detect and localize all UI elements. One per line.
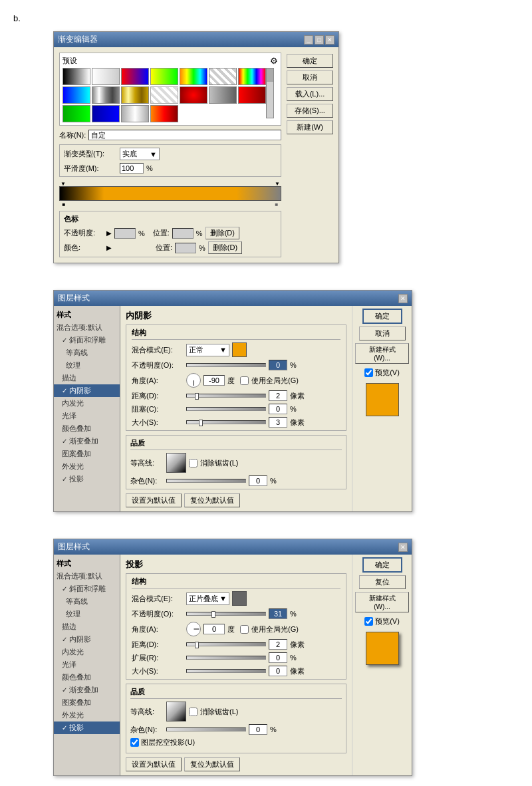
ds-size-slider[interactable] xyxy=(186,669,266,673)
ds-spread-input[interactable] xyxy=(269,652,287,663)
contour-thumbnail[interactable] xyxy=(166,453,186,473)
sidebar-item-contour[interactable]: 等高线 xyxy=(54,346,120,359)
choke-input[interactable] xyxy=(269,404,287,414)
sidebar-item-stroke[interactable]: 描边 xyxy=(54,372,120,384)
ls2-preview-checkbox[interactable] xyxy=(364,617,373,626)
ls2-blend-options[interactable]: 混合选项:默认 xyxy=(54,570,120,583)
ls2-sidebar-inner-shadow[interactable]: 内阴影 xyxy=(54,633,120,646)
ls2-sidebar-bevel[interactable]: 斜面和浮雕 xyxy=(54,583,120,595)
delete-btn-2[interactable]: 删除(D) xyxy=(208,241,242,254)
anti-alias-checkbox[interactable] xyxy=(189,459,198,467)
ok-button[interactable]: 确定 xyxy=(287,54,333,68)
angle-input[interactable] xyxy=(203,375,225,386)
preset-item[interactable] xyxy=(238,86,266,104)
new-button[interactable]: 新建(W) xyxy=(287,120,333,134)
preset-item[interactable] xyxy=(121,68,149,85)
ls2-sidebar-stroke[interactable]: 描边 xyxy=(54,620,120,633)
ds-distance-input[interactable] xyxy=(269,639,287,650)
ds-spread-slider[interactable] xyxy=(186,656,266,660)
ds-distance-slider[interactable] xyxy=(186,642,266,646)
color-stop-right[interactable]: ■ xyxy=(273,201,280,207)
opacity-stop-left[interactable]: ▼ xyxy=(61,181,66,186)
ds-angle-dial[interactable] xyxy=(186,622,201,636)
preset-item[interactable] xyxy=(92,68,120,85)
preset-scrollbar[interactable] xyxy=(266,68,274,118)
set-default-btn[interactable]: 设置为默认值 xyxy=(126,493,182,507)
angle-dial[interactable] xyxy=(186,373,201,388)
blend-color-swatch[interactable] xyxy=(232,342,247,357)
ls2-ok-btn[interactable]: 确定 xyxy=(362,557,402,573)
ls1-new-style-btn[interactable]: 新建样式(W)... xyxy=(355,343,409,364)
preset-item[interactable] xyxy=(63,86,90,104)
sidebar-item-drop-shadow[interactable]: 投影 xyxy=(54,473,120,485)
distance-slider[interactable] xyxy=(186,394,266,398)
sidebar-item-outer-glow[interactable]: 外发光 xyxy=(54,460,120,473)
sidebar-item-inner-shadow[interactable]: 内阴影 xyxy=(54,384,120,397)
ls1-blend-options[interactable]: 混合选项:默认 xyxy=(54,321,120,334)
minimize-btn[interactable]: _ xyxy=(304,35,313,45)
load-button[interactable]: 载入(L)... xyxy=(287,87,333,101)
preset-item[interactable] xyxy=(209,68,237,85)
ds-size-input[interactable] xyxy=(269,666,287,676)
sidebar-item-texture[interactable]: 纹理 xyxy=(54,359,120,372)
close-btn[interactable]: ✕ xyxy=(325,35,334,45)
preset-item[interactable] xyxy=(92,105,120,122)
choke-slider[interactable] xyxy=(186,407,266,411)
preset-item[interactable] xyxy=(63,105,90,122)
ds-layer-knockout-checkbox[interactable] xyxy=(130,738,139,747)
distance-input[interactable] xyxy=(269,390,287,401)
sidebar-item-color-overlay[interactable]: 颜色叠加 xyxy=(54,422,120,435)
ls1-ok-btn[interactable]: 确定 xyxy=(362,309,402,324)
ls1-preview-checkbox[interactable] xyxy=(364,368,373,377)
sidebar-item-bevel[interactable]: 斜面和浮雕 xyxy=(54,334,120,346)
ls2-close-btn[interactable]: ✕ xyxy=(398,543,408,552)
color-position-input[interactable] xyxy=(175,243,196,253)
ls2-sidebar-drop-shadow[interactable]: 投影 xyxy=(54,721,120,734)
ls2-sidebar-color-overlay[interactable]: 颜色叠加 xyxy=(54,671,120,684)
ds-blend-mode-select[interactable]: 正片叠底 ▼ xyxy=(186,592,229,605)
ls2-sidebar-inner-glow[interactable]: 内发光 xyxy=(54,646,120,658)
delete-btn-1[interactable]: 删除(D) xyxy=(205,227,239,239)
ds-noise-slider[interactable] xyxy=(166,727,246,731)
preset-item[interactable] xyxy=(92,86,120,104)
preset-item[interactable] xyxy=(180,86,207,104)
ds-contour-thumbnail[interactable] xyxy=(166,702,186,721)
ds-global-light-checkbox[interactable] xyxy=(240,625,249,634)
reset-default-btn[interactable]: 复位为默认值 xyxy=(184,493,240,507)
sidebar-item-satin[interactable]: 光泽 xyxy=(54,410,120,422)
gear-icon[interactable]: ⚙ xyxy=(270,56,278,66)
ls2-sidebar-outer-glow[interactable]: 外发光 xyxy=(54,709,120,721)
global-light-checkbox[interactable] xyxy=(240,376,249,385)
ls1-close-btn[interactable]: ✕ xyxy=(398,294,408,303)
ls2-sidebar-pattern-overlay[interactable]: 图案叠加 xyxy=(54,696,120,709)
preset-item[interactable] xyxy=(63,68,90,85)
ls2-sidebar-texture[interactable]: 纹理 xyxy=(54,608,120,620)
cancel-button[interactable]: 取消 xyxy=(287,70,333,84)
ls2-sidebar-gradient-overlay[interactable]: 渐变叠加 xyxy=(54,684,120,696)
ds-reset-default-btn[interactable]: 复位为默认值 xyxy=(184,757,240,771)
opacity-slider[interactable] xyxy=(186,363,266,367)
preset-item[interactable] xyxy=(150,68,178,85)
preset-item[interactable] xyxy=(238,68,266,85)
sidebar-item-inner-glow[interactable]: 内发光 xyxy=(54,397,120,410)
ds-noise-input[interactable] xyxy=(249,724,267,735)
ls2-sidebar-satin[interactable]: 光泽 xyxy=(54,658,120,671)
ds-angle-input[interactable] xyxy=(203,624,225,634)
sidebar-item-gradient-overlay[interactable]: 渐变叠加 xyxy=(54,435,120,448)
preset-item[interactable] xyxy=(150,86,178,104)
blend-mode-select[interactable]: 正常 ▼ xyxy=(186,344,229,356)
preset-item[interactable] xyxy=(121,86,149,104)
ds-opacity-input[interactable] xyxy=(269,608,287,619)
ds-anti-alias-checkbox[interactable] xyxy=(189,708,198,716)
gradient-bar[interactable] xyxy=(59,186,281,201)
noise-slider[interactable] xyxy=(166,479,246,483)
preset-item[interactable] xyxy=(180,68,207,85)
gradient-type-select[interactable]: 实底 ▼ xyxy=(120,148,160,160)
ls2-reset-btn[interactable]: 复位 xyxy=(359,575,406,589)
size-slider[interactable] xyxy=(186,420,266,424)
smoothness-input[interactable] xyxy=(120,163,144,174)
ls2-sidebar-contour[interactable]: 等高线 xyxy=(54,595,120,608)
name-input[interactable] xyxy=(88,130,281,140)
save-button[interactable]: 存储(S)... xyxy=(287,104,333,118)
maximize-btn[interactable]: □ xyxy=(315,35,324,45)
